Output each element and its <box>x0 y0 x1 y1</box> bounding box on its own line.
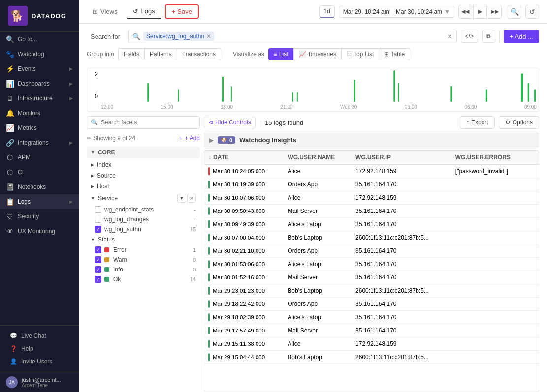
views-label: Views <box>100 8 117 15</box>
dashboards-icon: 📊 <box>6 80 14 88</box>
sidebar-item-invite-users[interactable]: 👤 Invite Users <box>6 355 73 368</box>
facet-search-input[interactable] <box>87 116 200 129</box>
sidebar-item-monitors-label: Monitors <box>18 110 40 117</box>
search-code-button[interactable]: </> <box>461 30 478 43</box>
table-row[interactable]: Mar 29 17:57:49.000Mail Server35.161.164… <box>204 324 539 337</box>
sidebar-item-security[interactable]: 🛡Security <box>0 209 79 224</box>
transactions-button[interactable]: Transactions <box>177 48 221 60</box>
facet-status-error[interactable]: ✓ Error 1 <box>87 245 200 255</box>
logs-tab[interactable]: ↺ Logs <box>127 4 161 19</box>
facet-service-option-2[interactable]: ✓ wg_log_authn 15 <box>87 224 200 234</box>
sidebar-item-goto-label: Go to... <box>18 36 37 43</box>
table-row[interactable]: Mar 30 10:07:06.000Alice172.92.148.159 <box>204 191 539 205</box>
invite-users-label: Invite Users <box>21 358 52 365</box>
search-clear-icon[interactable]: ✕ <box>447 33 452 40</box>
cell-extra <box>529 231 539 244</box>
hide-controls-button[interactable]: ⊲ Hide Controls <box>204 117 256 128</box>
table-row[interactable]: Mar 30 10:19:39.000Orders App35.161.164.… <box>204 178 539 191</box>
table-row[interactable]: Mar 29 15:11:38.000Alice172.92.148.159 <box>204 337 539 351</box>
table-row[interactable]: Mar 30 10:24:05.000Alice172.92.148.159["… <box>204 165 539 178</box>
table-row[interactable]: Mar 30 01:53:06.000Alice's Latop35.161.1… <box>204 258 539 271</box>
status-ok-checkbox[interactable]: ✓ <box>95 276 101 283</box>
sidebar-item-watchdog[interactable]: 🐾Watchdog <box>0 47 79 61</box>
facet-status-warn[interactable]: ✓ Warn 0 <box>87 255 200 265</box>
facet-item-index[interactable]: ▶ Index <box>87 159 200 170</box>
facet-service-header[interactable]: ▼ Service ▼ ✕ <box>87 192 200 205</box>
search-input-wrap[interactable]: 🔍 Service:wg_log_authn ✕ ✕ <box>128 30 457 43</box>
facet-service-option-1[interactable]: wg_log_changes - <box>87 214 200 224</box>
sidebar-item-help[interactable]: ❓ Help <box>6 342 73 355</box>
index-chevron: ▶ <box>91 162 94 167</box>
nav-next-button[interactable]: ▶▶ <box>488 5 502 19</box>
service-option-1-checkbox[interactable] <box>95 216 101 223</box>
table-row[interactable]: Mar 30 01:52:16.000Mail Server35.161.164… <box>204 271 539 284</box>
service-option-2-checkbox[interactable]: ✓ <box>95 226 101 233</box>
table-row[interactable]: Mar 29 18:02:39.000Alice's Latop35.161.1… <box>204 311 539 324</box>
facet-item-source[interactable]: ▶ Source <box>87 170 200 181</box>
sidebar-item-monitors[interactable]: 🔔Monitors <box>0 106 79 121</box>
cell-date: Mar 30 07:00:04.000 <box>204 231 284 244</box>
goto-icon: 🔍 <box>6 35 14 43</box>
sidebar-item-infrastructure[interactable]: 🖥Infrastructure ▶ <box>0 91 79 106</box>
facet-item-host[interactable]: ▶ Host <box>87 181 200 192</box>
nav-prev-prev-button[interactable]: ◀◀ <box>458 5 472 19</box>
sidebar-nav: 🔍Go to... 🐾Watchdog ⚡Events ▶ 📊Dashboard… <box>0 32 79 321</box>
list-view-button[interactable]: ≡ List <box>268 48 293 60</box>
export-button[interactable]: ↑ Export <box>460 116 495 129</box>
refresh-button[interactable]: ↺ <box>525 5 539 19</box>
timeseries-button[interactable]: 📈 Timeseries <box>293 48 341 60</box>
service-close-icon[interactable]: ✕ <box>187 194 196 203</box>
sidebar-item-ux-monitoring[interactable]: 👁UX Monitoring <box>0 224 79 239</box>
sidebar-item-integrations[interactable]: 🔗Integrations ▶ <box>0 135 79 150</box>
sidebar-user[interactable]: JA justin@arcemt... Arcem Tene <box>0 372 79 392</box>
search-tag-remove[interactable]: ✕ <box>206 33 211 40</box>
facet-service-option-0[interactable]: wg_endpoint_stats - <box>87 205 200 214</box>
sidebar-item-logs[interactable]: 📋Logs ▶ <box>0 194 79 209</box>
sidebar-item-goto[interactable]: 🔍Go to... <box>0 32 79 47</box>
table-row[interactable]: Mar 29 23:01:23.000Bob's Laptop2600:1f13… <box>204 284 539 298</box>
service-filter-icon[interactable]: ▼ <box>177 194 186 203</box>
table-row[interactable]: Mar 29 15:04:44.000Bob's Laptop2600:1f13… <box>204 351 539 364</box>
sidebar-item-apm[interactable]: ⬡APM <box>0 150 79 165</box>
search-copy-button[interactable]: ⧉ <box>482 30 495 43</box>
table-row[interactable]: Mar 30 02:21:10.000Orders App35.161.164.… <box>204 244 539 258</box>
table-button[interactable]: ⊞ Table <box>379 48 410 60</box>
facet-status-header[interactable]: ▼ Status <box>87 234 200 245</box>
zoom-out-button[interactable]: 🔍 <box>508 5 521 19</box>
sidebar-item-live-chat[interactable]: 💬 Live Chat <box>6 330 73 342</box>
sidebar-item-dashboards[interactable]: 📊Dashboards ▶ <box>0 76 79 91</box>
cell-extra <box>529 271 539 284</box>
source-chevron: ▶ <box>91 173 94 178</box>
fields-button[interactable]: Fields <box>118 48 144 60</box>
status-info-checkbox[interactable]: ✓ <box>95 266 101 273</box>
svg-rect-15 <box>534 89 536 102</box>
options-button[interactable]: ⚙ Options <box>499 116 539 129</box>
table-row[interactable]: Mar 30 09:50:43.000Mail Server35.161.164… <box>204 205 539 218</box>
add-button[interactable]: + Add ... <box>504 30 539 43</box>
time-shortcut[interactable]: 1d <box>319 5 334 18</box>
sidebar-item-notebooks[interactable]: 📓Notebooks <box>0 180 79 194</box>
watchdog-insights-bar[interactable]: ▶ 🐶 0 Watchdog Insights <box>204 133 539 147</box>
facet-search-icon: 🔍 <box>91 119 98 126</box>
table-row[interactable]: Mar 29 18:22:42.000Orders App35.161.164.… <box>204 298 539 311</box>
status-warn-checkbox[interactable]: ✓ <box>95 256 101 263</box>
top-list-button[interactable]: ☰ Top List <box>341 48 379 60</box>
cell-user-ip: 35.161.164.170 <box>352 218 451 231</box>
time-range-selector[interactable]: Mar 29, 10:24 am – Mar 30, 10:24 am ▼ <box>339 6 454 18</box>
patterns-button[interactable]: Patterns <box>144 48 177 60</box>
table-row[interactable]: Mar 30 09:49:39.000Alice's Latop35.161.1… <box>204 218 539 231</box>
facet-status-info[interactable]: ✓ Info 0 <box>87 265 200 274</box>
facet-status-ok[interactable]: ✓ Ok 14 <box>87 274 200 284</box>
table-row[interactable]: Mar 30 07:00:04.000Bob's Laptop2600:1f13… <box>204 231 539 244</box>
save-button[interactable]: + Save <box>165 4 199 19</box>
export-label: Export <box>471 119 488 126</box>
service-option-0-checkbox[interactable] <box>95 206 101 213</box>
sidebar-item-metrics[interactable]: 📈Metrics <box>0 121 79 135</box>
sidebar-item-events[interactable]: ⚡Events ▶ <box>0 61 79 76</box>
facet-add-button[interactable]: + + Add <box>179 135 200 142</box>
sidebar-item-ci[interactable]: ⬡CI <box>0 165 79 180</box>
nav-prev-button[interactable]: ▶ <box>473 5 487 19</box>
status-error-checkbox[interactable]: ✓ <box>95 246 101 253</box>
views-tab[interactable]: ⊞ Views <box>87 5 123 18</box>
facet-section-core-header[interactable]: ▼ CORE <box>87 147 200 158</box>
